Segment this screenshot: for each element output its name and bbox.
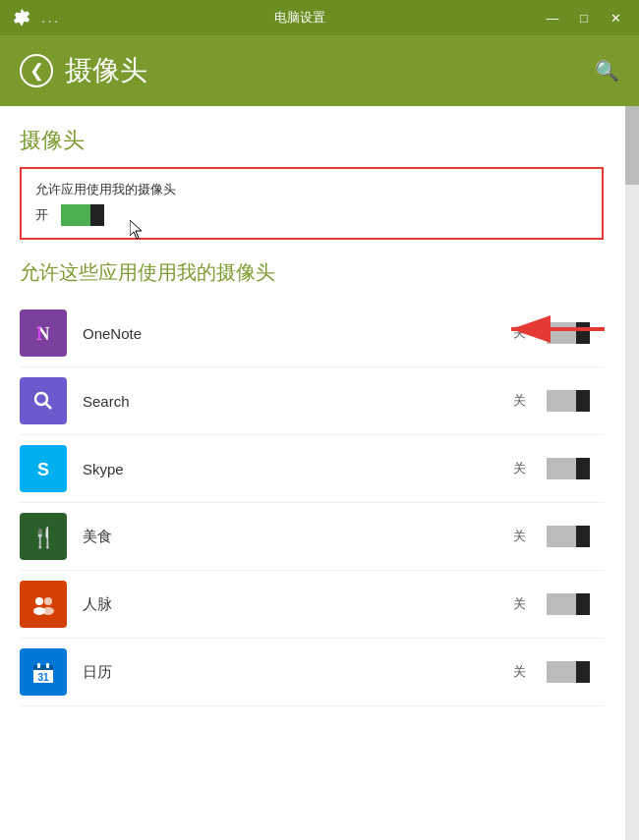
svg-marker-0: [130, 220, 142, 239]
app-toggle[interactable]: [547, 526, 604, 547]
toggle-off-thumb: [576, 661, 590, 683]
onenote-icon: N: [20, 309, 67, 357]
titlebar-controls: — □ ✕: [539, 8, 629, 28]
list-item: 🍴 美食 关: [20, 503, 604, 571]
gear-icon: [10, 6, 33, 29]
back-icon: ❮: [29, 62, 44, 80]
list-item: Search 关: [20, 367, 604, 435]
app-name: 美食: [83, 528, 513, 546]
page-title: 摄像头: [65, 52, 147, 89]
maximize-button[interactable]: □: [570, 8, 598, 28]
app-state: 关: [513, 460, 533, 477]
minimize-button[interactable]: —: [539, 8, 566, 28]
toggle-off-track: [547, 661, 590, 683]
app-state: 关: [513, 392, 533, 410]
svg-rect-20: [46, 663, 49, 668]
app-toggle[interactable]: [547, 593, 604, 615]
app-toggle[interactable]: [547, 322, 604, 344]
skype-icon: S: [20, 445, 67, 492]
app-name: Skype: [83, 461, 513, 477]
search-button[interactable]: 🔍: [595, 59, 619, 83]
svg-rect-3: [38, 326, 40, 340]
toggle-off-thumb: [576, 526, 590, 547]
toggle-off-track: [547, 458, 590, 479]
camera-toggle-switch[interactable]: [61, 204, 118, 226]
list-item: N OneNote 关: [20, 300, 604, 367]
toggle-state-label: 开: [35, 206, 51, 224]
app-name: Search: [83, 393, 513, 410]
page-header: ❮ 摄像头 🔍: [0, 35, 639, 106]
toggle-description: 允许应用使用我的摄像头: [35, 181, 588, 198]
app-toggle[interactable]: [547, 390, 604, 412]
search-app-icon: [20, 377, 67, 424]
toggle-off-track: [547, 322, 590, 344]
svg-text:S: S: [37, 460, 49, 479]
main-content: 摄像头 允许应用使用我的摄像头 开 允许这些应用使用我的摄像头: [0, 106, 639, 840]
app-state: 关: [513, 528, 533, 545]
toggle-thumb: [90, 204, 104, 226]
toggle-track: [61, 204, 104, 226]
svg-point-12: [35, 597, 43, 605]
svg-rect-19: [37, 663, 40, 668]
toggle-off-thumb: [576, 593, 590, 615]
toggle-row: 开: [35, 204, 588, 226]
scrollbar-track[interactable]: [625, 106, 639, 840]
svg-rect-11: [29, 589, 58, 619]
app-state: 关: [513, 595, 533, 613]
app-name: OneNote: [83, 325, 513, 342]
camera-section-title: 摄像头: [20, 126, 604, 155]
toggle-off-thumb: [576, 458, 590, 479]
cursor-indicator: [130, 220, 144, 238]
svg-text:🍴: 🍴: [31, 526, 56, 549]
toggle-off-track: [547, 593, 590, 615]
contacts-icon: [20, 581, 67, 628]
toggle-off-track: [547, 526, 590, 547]
close-button[interactable]: ✕: [602, 8, 629, 28]
app-name: 日历: [83, 663, 513, 682]
svg-point-15: [42, 607, 54, 615]
app-state: 关: [513, 324, 533, 342]
list-item: S Skype 关: [20, 435, 604, 503]
app-name: 人脉: [83, 595, 513, 614]
header-left: ❮ 摄像头: [20, 52, 147, 89]
food-icon: 🍴: [20, 513, 67, 560]
titlebar-left: ...: [10, 6, 60, 29]
app-state: 关: [513, 663, 533, 681]
titlebar: ... 电脑设置 — □ ✕: [0, 0, 639, 35]
app-toggle[interactable]: [547, 661, 604, 683]
toggle-off-thumb: [576, 390, 590, 412]
titlebar-dots: ...: [41, 9, 60, 27]
svg-rect-4: [29, 386, 58, 416]
list-item: 人脉 关: [20, 571, 604, 639]
app-toggle[interactable]: [547, 458, 604, 479]
scrollbar-thumb[interactable]: [625, 106, 639, 185]
list-item: 31 日历 关: [20, 639, 604, 706]
svg-rect-18: [33, 665, 53, 670]
titlebar-title: 电脑设置: [60, 9, 539, 27]
back-button[interactable]: ❮: [20, 54, 53, 87]
app-list: N OneNote 关: [20, 300, 604, 706]
content-inner: 摄像头 允许应用使用我的摄像头 开 允许这些应用使用我的摄像头: [20, 126, 619, 706]
svg-text:31: 31: [37, 672, 49, 683]
calendar-icon: 31: [20, 648, 67, 696]
toggle-off-thumb: [576, 322, 590, 344]
svg-point-13: [44, 597, 52, 605]
camera-toggle-box: 允许应用使用我的摄像头 开: [20, 167, 604, 240]
app-list-section-title: 允许这些应用使用我的摄像头: [20, 259, 604, 286]
toggle-off-track: [547, 390, 590, 412]
